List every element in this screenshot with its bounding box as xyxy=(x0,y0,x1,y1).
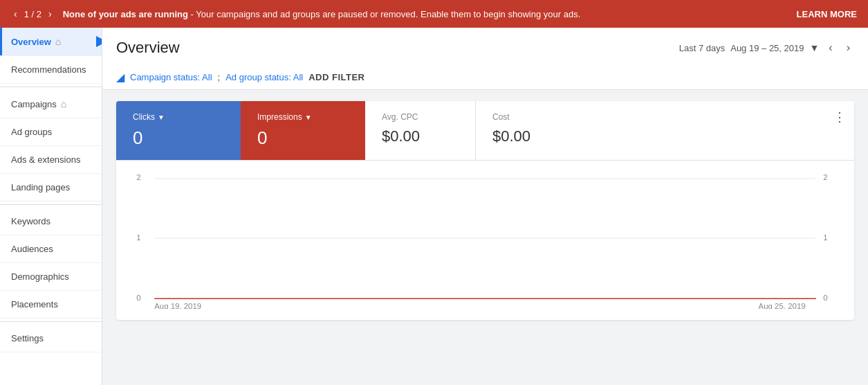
more-options-button[interactable]: ⋮ xyxy=(831,107,849,127)
avg-cpc-value: $0.00 xyxy=(382,127,459,145)
filter-icon[interactable]: ◢ xyxy=(116,71,124,84)
campaigns-icon: ⌂ xyxy=(61,98,66,109)
sidebar-item-demographics[interactable]: Demographics xyxy=(0,263,102,291)
metric-cost: Cost $0.00 xyxy=(476,101,825,160)
filter-separator: ; xyxy=(218,72,221,82)
impressions-label: Impressions ▼ xyxy=(257,112,349,122)
sidebar-item-settings[interactable]: Settings xyxy=(0,325,102,352)
y-label-2-right: 2 xyxy=(823,173,827,181)
impressions-value: 0 xyxy=(257,127,349,149)
metric-avg-cpc: Avg. CPC $0.00 xyxy=(365,101,476,160)
clicks-label-text: Clicks xyxy=(133,112,155,122)
alert-learn-more-link[interactable]: LEARN MORE xyxy=(797,9,857,19)
date-controls: Last 7 days Aug 19 – 25, 2019 ▼ ‹ › xyxy=(679,39,854,57)
alert-message-bold: None of your ads are running xyxy=(63,9,188,19)
metric-clicks[interactable]: Clicks ▼ 0 xyxy=(116,101,241,160)
sidebar-divider-2 xyxy=(0,204,102,205)
chart-svg: 2 1 0 2 1 0 Aug 19, xyxy=(133,172,838,309)
y-label-1-right: 1 xyxy=(823,233,827,242)
sidebar-item-demographics-label: Demographics xyxy=(11,271,69,282)
y-label-1-left: 1 xyxy=(136,233,140,242)
y-label-0-right: 0 xyxy=(823,294,827,302)
home-icon: ⌂ xyxy=(55,36,61,47)
sidebar-item-audiences[interactable]: Audiences xyxy=(0,235,102,263)
content-area: Overview Last 7 days Aug 19 – 25, 2019 ▼… xyxy=(102,28,868,385)
clicks-value: 0 xyxy=(133,127,224,149)
filter-bar: ◢ Campaign status: All ; Ad group status… xyxy=(116,65,854,89)
sidebar-item-keywords-label: Keywords xyxy=(11,216,50,226)
sidebar-item-settings-label: Settings xyxy=(11,333,44,343)
y-label-2-left: 2 xyxy=(136,173,140,181)
clicks-dropdown-arrow: ▼ xyxy=(158,114,165,121)
active-indicator xyxy=(0,28,2,55)
sidebar: Overview ⌂ Recommendations Campaigns ⌂ A… xyxy=(0,28,102,385)
sidebar-item-landing-pages[interactable]: Landing pages xyxy=(0,174,102,202)
chart-area: 2 1 0 2 1 0 Aug 19, xyxy=(116,161,854,320)
date-prev-button[interactable]: ‹ xyxy=(824,39,836,57)
sidebar-divider-3 xyxy=(0,321,102,322)
chart-section: Clicks ▼ 0 Impressions ▼ 0 Avg. CPC xyxy=(102,90,868,385)
sidebar-item-ads-extensions-label: Ads & extensions xyxy=(11,154,80,165)
x-label-end: Aug 25, 2019 xyxy=(759,302,806,309)
sidebar-item-campaigns[interactable]: Campaigns ⌂ xyxy=(0,90,102,118)
cost-value: $0.00 xyxy=(492,127,809,145)
sidebar-item-recommendations-label: Recommendations xyxy=(11,64,86,75)
metric-impressions[interactable]: Impressions ▼ 0 xyxy=(241,101,365,160)
sidebar-item-ad-groups-label: Ad groups xyxy=(11,127,52,137)
sidebar-item-placements-label: Placements xyxy=(11,299,58,310)
sidebar-item-overview[interactable]: Overview ⌂ xyxy=(0,28,102,56)
cost-label: Cost xyxy=(492,112,809,122)
sidebar-divider-1 xyxy=(0,87,102,87)
alert-bar: ‹ 1 / 2 › None of your ads are running -… xyxy=(0,0,868,28)
metric-more: ⋮ xyxy=(825,101,854,160)
alert-message: None of your ads are running - Your camp… xyxy=(63,9,786,19)
sidebar-item-ad-groups[interactable]: Ad groups xyxy=(0,118,102,146)
sidebar-item-campaigns-label: Campaigns xyxy=(11,99,57,109)
date-range-label: Last 7 days xyxy=(679,43,726,53)
sidebar-item-ads-extensions[interactable]: Ads & extensions xyxy=(0,146,102,174)
alert-prev-button[interactable]: ‹ xyxy=(11,8,20,20)
header-top: Overview Last 7 days Aug 19 – 25, 2019 ▼… xyxy=(116,39,854,57)
sidebar-item-overview-label: Overview xyxy=(11,37,51,47)
y-label-0-left: 0 xyxy=(136,294,140,302)
chart-card: Clicks ▼ 0 Impressions ▼ 0 Avg. CPC xyxy=(116,101,854,320)
ad-group-status-label: Ad group status: xyxy=(225,72,291,82)
add-filter-button[interactable]: ADD FILTER xyxy=(308,72,364,82)
sidebar-item-recommendations[interactable]: Recommendations xyxy=(0,56,102,84)
page-title: Overview xyxy=(116,39,180,57)
campaign-status-label: Campaign status: xyxy=(130,72,200,82)
alert-counter: 1 / 2 xyxy=(24,9,41,19)
sidebar-item-placements[interactable]: Placements xyxy=(0,291,102,319)
x-label-start: Aug 19, 2019 xyxy=(154,302,201,309)
filter-ad-group-status: Ad group status: All xyxy=(225,72,303,82)
sidebar-item-keywords[interactable]: Keywords xyxy=(0,208,102,235)
clicks-label: Clicks ▼ xyxy=(133,112,224,122)
date-range-value: Aug 19 – 25, 2019 xyxy=(730,43,804,53)
sidebar-active-arrow xyxy=(96,36,102,47)
content-header: Overview Last 7 days Aug 19 – 25, 2019 ▼… xyxy=(102,28,868,90)
ad-group-status-value[interactable]: All xyxy=(293,72,303,82)
sidebar-item-audiences-label: Audiences xyxy=(11,244,53,254)
avg-cpc-label: Avg. CPC xyxy=(382,112,459,122)
impressions-label-text: Impressions xyxy=(257,112,302,122)
impressions-dropdown-arrow: ▼ xyxy=(305,114,312,121)
alert-message-rest: - Your campaigns and ad groups are pause… xyxy=(188,9,580,19)
campaign-status-value[interactable]: All xyxy=(202,72,212,82)
alert-next-button[interactable]: › xyxy=(46,8,55,20)
sidebar-item-landing-pages-label: Landing pages xyxy=(11,182,70,192)
filter-campaign-status: Campaign status: All xyxy=(130,72,212,82)
alert-navigation: ‹ 1 / 2 › xyxy=(11,8,55,20)
date-range-dropdown-button[interactable]: ▼ xyxy=(809,42,819,53)
date-next-button[interactable]: › xyxy=(842,39,854,57)
metrics-row: Clicks ▼ 0 Impressions ▼ 0 Avg. CPC xyxy=(116,101,854,161)
main-layout: Overview ⌂ Recommendations Campaigns ⌂ A… xyxy=(0,28,868,385)
